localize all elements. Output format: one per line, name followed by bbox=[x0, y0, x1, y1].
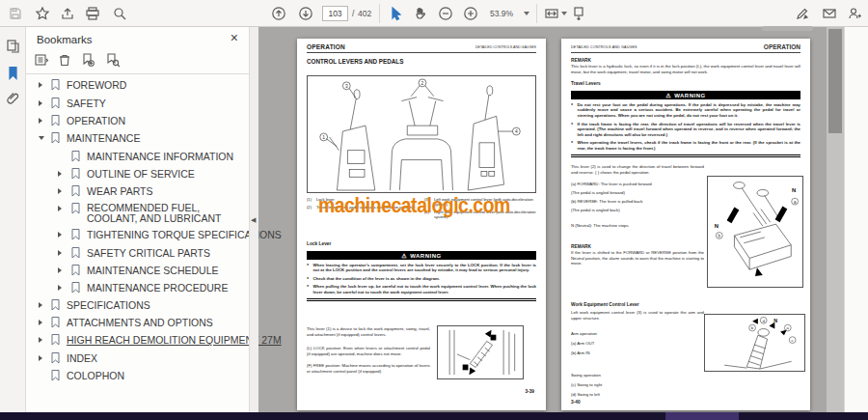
previous-page-button[interactable] bbox=[271, 6, 286, 21]
zoom-in-icon[interactable] bbox=[463, 6, 478, 21]
next-page-button[interactable] bbox=[298, 6, 313, 21]
warning-bullet: ●When leaving the operator's compartment… bbox=[307, 263, 536, 273]
bookmark-item-maintenance-schedule[interactable]: MAINTENANCE SCHEDULE bbox=[26, 264, 246, 278]
bookmark-item-operation[interactable]: OPERATION bbox=[26, 114, 246, 128]
bookmark-item-wear-parts[interactable]: WEAR PARTS bbox=[26, 184, 246, 199]
bookmark-item-maintenance-procedure[interactable]: MAINTENANCE PROCEDURE bbox=[26, 281, 246, 295]
chevron-right-icon[interactable] bbox=[39, 82, 42, 88]
bookmark-item-maintenance-information[interactable]: MAINTENANCE INFORMATION bbox=[26, 150, 246, 164]
share-upload-icon[interactable] bbox=[60, 6, 75, 21]
warning-triangle-icon: ⚠ bbox=[401, 252, 407, 259]
bookmark-item-safety[interactable]: SAFETY bbox=[26, 97, 246, 111]
panel-divider bbox=[26, 73, 249, 74]
bookmarks-panel-title: Bookmarks bbox=[37, 34, 93, 45]
save-icon[interactable] bbox=[8, 6, 23, 21]
select-tool-icon[interactable] bbox=[388, 6, 403, 21]
bookmark-item-foreword[interactable]: FOREWORD bbox=[26, 78, 246, 93]
chevron-right-icon[interactable] bbox=[39, 118, 42, 124]
bookmark-icon bbox=[51, 352, 60, 364]
body-paragraph: (a) FORWARD: The lever is pushed forward bbox=[571, 182, 704, 187]
panel-resize-gutter[interactable]: ◀ bbox=[249, 27, 258, 412]
document-viewport[interactable]: OPERATION DETAILED CONTROLS AND GAUGES C… bbox=[258, 27, 827, 412]
page-title: CONTROL LEVERS AND PEDALS bbox=[307, 58, 403, 65]
hand-tool-icon[interactable] bbox=[413, 6, 428, 21]
fit-dropdown-caret[interactable] bbox=[561, 12, 567, 15]
collapse-panel-icon[interactable]: ◀ bbox=[251, 216, 256, 224]
attachments-icon[interactable] bbox=[6, 91, 20, 105]
top-toolbar: 103 / 402 53.9% bbox=[0, 0, 868, 27]
vertical-scrollbar[interactable] bbox=[827, 27, 844, 412]
page-thumbnails-icon[interactable] bbox=[6, 39, 20, 53]
chevron-right-icon[interactable] bbox=[39, 100, 42, 106]
bookmark-icon bbox=[51, 132, 60, 144]
close-icon[interactable]: × bbox=[231, 30, 238, 45]
bookmark-icon bbox=[71, 282, 80, 294]
body-paragraph: (a) Arm OUT bbox=[571, 341, 704, 347]
bookmark-item-high-reach-demolition[interactable]: HIGH REACH DEMOLITION EQUIPMENT 27M bbox=[26, 333, 246, 348]
bookmark-item-safety-critical-parts[interactable]: SAFETY CRITICAL PARTS bbox=[26, 246, 246, 261]
chevron-right-icon[interactable] bbox=[58, 171, 62, 177]
zoom-dropdown-caret[interactable] bbox=[524, 12, 529, 15]
find-current-bookmark-icon[interactable] bbox=[105, 52, 121, 68]
zoom-level-value[interactable]: 53.9% bbox=[490, 9, 513, 18]
label-neutral: N bbox=[773, 318, 777, 323]
star-icon[interactable] bbox=[35, 6, 50, 21]
remark-title: REMARK bbox=[571, 58, 591, 63]
toolbar-separator bbox=[536, 4, 537, 23]
bookmark-item-index[interactable]: INDEX bbox=[26, 351, 246, 366]
bookmark-item-tightening-torque[interactable]: TIGHTENING TORQUE SPECIFICATIONS bbox=[26, 228, 246, 242]
bookmark-icon bbox=[51, 299, 60, 311]
page-total: 402 bbox=[358, 9, 371, 18]
bookmark-icon bbox=[51, 317, 60, 328]
search-icon[interactable] bbox=[112, 6, 127, 21]
bookmark-item-maintenance[interactable]: MAINTENANCE bbox=[26, 131, 246, 146]
remark-text: This lock lever is a hydraulic lock, so … bbox=[571, 64, 800, 74]
bookmark-options-icon[interactable] bbox=[34, 52, 49, 68]
page-number: 3-39 bbox=[525, 389, 534, 394]
controls-overview-diagram: 3 2 1 4 bbox=[307, 75, 536, 193]
chevron-right-icon[interactable] bbox=[58, 267, 62, 273]
chevron-right-icon[interactable] bbox=[39, 337, 42, 343]
print-icon[interactable] bbox=[85, 6, 100, 21]
scroll-mode-icon[interactable] bbox=[571, 6, 586, 21]
label-d: d bbox=[762, 319, 765, 323]
chevron-right-icon[interactable] bbox=[39, 355, 42, 361]
bookmarks-panel-icon[interactable] bbox=[6, 66, 20, 80]
bookmark-item-attachments-options[interactable]: ATTACHMENTS AND OPTIONS bbox=[26, 316, 246, 330]
callout-1: 1 bbox=[322, 135, 325, 140]
body-paragraph: (d) Swing to left bbox=[571, 392, 704, 398]
fill-sign-icon[interactable] bbox=[795, 6, 810, 21]
label-b: b bbox=[719, 234, 721, 238]
remark-title: REMARK bbox=[571, 244, 591, 249]
navigation-strip bbox=[0, 27, 26, 412]
warning-title-bar: ⚠ WARNING bbox=[571, 91, 800, 99]
bookmark-item-outline-of-service[interactable]: OUTLINE OF SERVICE bbox=[26, 167, 246, 182]
watermark-text: machinecatalogic.com bbox=[318, 193, 510, 218]
account-icon[interactable] bbox=[847, 6, 862, 21]
chevron-right-icon[interactable] bbox=[39, 320, 42, 325]
bookmark-item-recommended-fuel[interactable]: RECOMMENDED FUEL, COOLANT, AND LUBRICANT bbox=[26, 202, 246, 227]
chevron-right-icon[interactable] bbox=[58, 232, 62, 238]
chevron-right-icon[interactable] bbox=[58, 188, 62, 194]
chevron-right-icon[interactable] bbox=[39, 302, 42, 308]
page-number-input[interactable]: 103 bbox=[322, 6, 348, 21]
chevron-down-icon[interactable] bbox=[39, 136, 44, 140]
bookmark-item-colophon[interactable]: COLOPHON bbox=[26, 369, 246, 383]
email-icon[interactable] bbox=[822, 6, 837, 21]
chevron-right-icon[interactable] bbox=[58, 206, 62, 211]
bottom-bar-accent bbox=[665, 412, 739, 420]
chevron-right-icon[interactable] bbox=[58, 285, 62, 291]
zoom-out-icon[interactable] bbox=[438, 6, 453, 21]
fit-width-icon[interactable] bbox=[544, 6, 559, 21]
delete-bookmark-icon[interactable] bbox=[57, 52, 72, 68]
chevron-right-icon[interactable] bbox=[58, 250, 62, 256]
body-paragraph: (b) Arm IN bbox=[571, 350, 704, 356]
tools-pane-collapsed[interactable] bbox=[844, 27, 868, 412]
horizontal-scrollbar-thumb[interactable] bbox=[762, 26, 813, 31]
bookmark-icon bbox=[71, 265, 80, 276]
bookmark-icon bbox=[51, 98, 60, 109]
bookmark-item-specifications[interactable]: SPECIFICATIONS bbox=[26, 298, 246, 313]
vertical-scrollbar-thumb[interactable] bbox=[828, 29, 842, 133]
new-bookmark-icon[interactable] bbox=[80, 52, 95, 68]
label-a: a bbox=[794, 200, 797, 205]
